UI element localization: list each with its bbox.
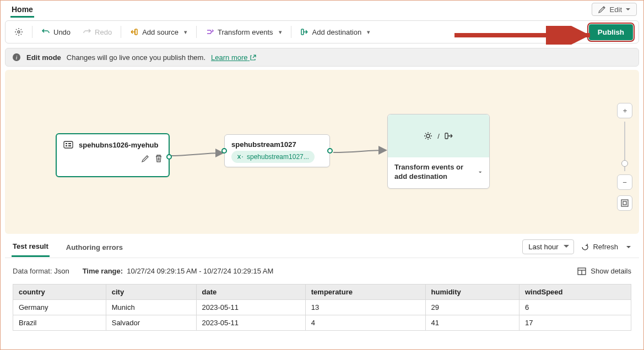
trash-icon[interactable] [154,154,163,163]
table-header[interactable]: windSpeed [519,285,631,300]
table-cell: 41 [425,315,519,331]
table-cell: 2023-05-11 [196,300,305,315]
transform-icon [205,28,214,36]
svg-rect-12 [445,133,448,139]
table-cell: 17 [519,315,631,331]
edit-mode-label: Edit mode [26,53,61,62]
undo-label: Undo [53,28,71,36]
learn-more-link[interactable]: Learn more [211,53,256,62]
toolbar: Undo Redo Add source ▾ Transform events … [5,20,639,43]
tab-authoring-errors[interactable]: Authoring errors [65,238,124,256]
table-header[interactable]: date [196,285,305,300]
fit-icon [621,199,629,207]
time-range-select[interactable]: Last hour [522,239,574,254]
table-cell: 2023-05-11 [196,315,305,331]
node-stream[interactable]: spehubstream1027 spehubstream1027... [224,134,330,167]
node-source[interactable]: spehubns1026-myehub [56,133,170,177]
table-cell: Germany [13,300,106,315]
table-row[interactable]: GermanyMunich2023-05-1113296 [13,300,631,315]
table-cell: 29 [425,300,519,315]
refresh-button[interactable]: Refresh [581,243,618,251]
chevron-down-icon: ▾ [279,29,282,36]
port-out[interactable] [327,148,333,154]
svg-text:i: i [15,54,17,61]
svg-rect-6 [64,141,73,148]
svg-rect-2 [301,29,304,35]
table-header[interactable]: temperature [305,285,425,300]
node-stream-title: spehubstream1027 [231,140,296,149]
node-destination-placeholder[interactable]: / Transform events or add destination [387,114,490,189]
node-source-title: spehubns1026-myehub [79,141,159,149]
time-range-value: 10/27/24 09:29:15 AM - 10/27/24 10:29:15… [127,267,273,275]
pencil-icon[interactable] [141,154,150,163]
undo-button[interactable]: Undo [36,24,76,40]
publish-button[interactable]: Publish [589,24,633,40]
zoom-controls: ＋ − [617,103,632,211]
zoom-slider[interactable] [624,122,625,171]
chevron-down-icon: ▾ [367,29,370,36]
table-cell: 13 [305,300,425,315]
edit-button[interactable]: Edit [592,3,637,16]
table-cell: 4 [305,315,425,331]
edit-mode-text: Changes will go live once you publish th… [67,53,205,62]
svg-rect-9 [68,143,71,144]
table-header[interactable]: city [106,285,196,300]
chevron-down-icon[interactable] [478,168,483,176]
refresh-icon [581,243,589,251]
table-cell: Munich [106,300,196,315]
svg-point-11 [426,134,430,138]
zoom-in-button[interactable]: ＋ [617,103,632,118]
settings-button[interactable] [9,24,29,40]
redo-button: Redo [77,24,117,40]
show-details-button[interactable]: Show details [577,267,631,275]
redo-icon [83,28,91,36]
svg-rect-8 [66,145,67,146]
add-destination-label: Add destination [312,28,362,36]
destination-out-icon [444,131,454,141]
table-cell: Brazil [13,315,106,331]
data-format-label: Data format: [13,267,52,275]
port-in[interactable] [221,148,227,154]
svg-rect-7 [66,143,67,144]
time-range-label: Time range: [83,267,123,275]
results-table: countrycitydatetemperaturehumiditywindSp… [13,284,631,331]
gear-icon [14,28,23,36]
zoom-out-button[interactable]: − [617,174,632,190]
redo-label: Redo [95,28,112,36]
node-destination-title: Transform events or add destination [394,163,478,182]
table-row[interactable]: BrazilSalvador2023-05-1144117 [13,315,631,331]
zoom-fit-button[interactable] [617,195,632,211]
edit-label: Edit [610,6,622,14]
port-out[interactable] [166,154,172,160]
table-header[interactable]: country [13,285,106,300]
table-header[interactable]: humidity [425,285,519,300]
chevron-down-icon: ▾ [184,29,187,36]
eventhub-icon [63,140,73,150]
chevron-down-icon[interactable] [625,243,632,251]
pencil-icon [598,5,607,14]
chevron-down-icon [625,7,631,12]
stream-chip: spehubstream1027... [231,151,315,163]
add-destination-button[interactable]: Add destination ▾ [295,24,376,40]
info-icon: i [12,53,21,62]
transform-events-button[interactable]: Transform events ▾ [200,24,288,40]
details-icon [577,267,586,275]
results-panel: Test result Authoring errors Last hour R… [5,236,639,331]
table-cell: 6 [519,300,631,315]
data-format-value: Json [54,267,69,275]
add-source-button[interactable]: Add source ▾ [125,24,193,40]
pipeline-canvas[interactable]: spehubns1026-myehub spehubstream1027 spe… [5,70,639,234]
stream-icon [237,154,243,160]
svg-rect-13 [621,200,628,206]
svg-rect-14 [623,201,626,205]
transform-label: Transform events [218,28,273,36]
svg-rect-10 [68,145,71,146]
tab-test-result[interactable]: Test result [12,237,50,257]
external-link-icon [250,54,256,61]
svg-point-0 [18,31,20,33]
tab-home[interactable]: Home [10,2,34,18]
transform-gear-icon [423,131,433,141]
undo-icon [41,28,50,36]
source-in-icon [130,28,139,36]
info-bar: i Edit mode Changes will go live once yo… [5,48,639,67]
